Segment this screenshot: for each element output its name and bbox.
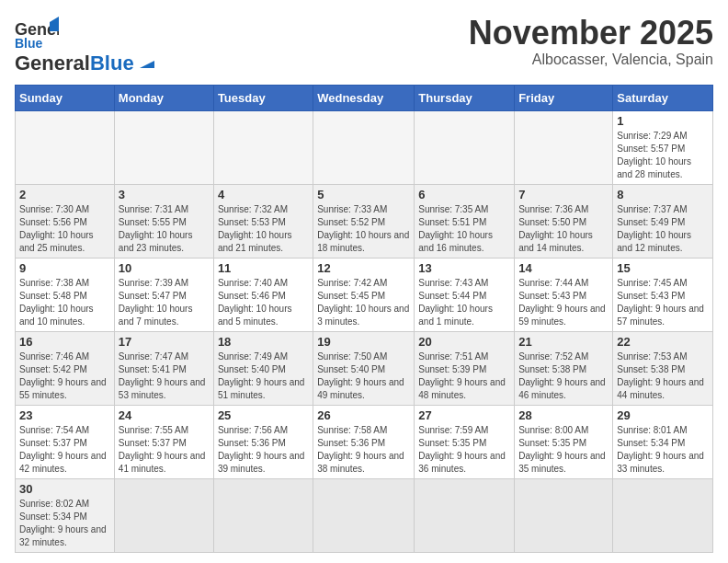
day-info: Sunrise: 7:31 AM Sunset: 5:55 PM Dayligh… — [119, 203, 210, 255]
day-cell — [313, 479, 415, 553]
day-info: Sunrise: 7:55 AM Sunset: 5:37 PM Dayligh… — [119, 424, 210, 476]
day-number: 16 — [19, 335, 110, 349]
day-cell — [613, 479, 713, 553]
day-cell: 24Sunrise: 7:55 AM Sunset: 5:37 PM Dayli… — [114, 406, 213, 479]
day-number: 24 — [119, 408, 210, 422]
day-cell: 5Sunrise: 7:33 AM Sunset: 5:52 PM Daylig… — [313, 185, 415, 259]
day-info: Sunrise: 7:45 AM Sunset: 5:43 PM Dayligh… — [617, 277, 709, 328]
weekday-wednesday: Wednesday — [313, 86, 415, 111]
day-cell: 13Sunrise: 7:43 AM Sunset: 5:44 PM Dayli… — [415, 259, 515, 332]
day-info: Sunrise: 7:47 AM Sunset: 5:41 PM Dayligh… — [119, 350, 210, 402]
title-area: November 2025 Albocasser, Valencia, Spai… — [469, 15, 713, 68]
weekday-saturday: Saturday — [613, 86, 713, 111]
logo-general: General — [15, 52, 90, 75]
location-title: Albocasser, Valencia, Spain — [469, 52, 713, 68]
logo-blue: Blue — [90, 52, 134, 75]
day-info: Sunrise: 8:01 AM Sunset: 5:34 PM Dayligh… — [617, 424, 709, 476]
day-info: Sunrise: 7:44 AM Sunset: 5:43 PM Dayligh… — [518, 277, 609, 328]
day-info: Sunrise: 8:00 AM Sunset: 5:35 PM Dayligh… — [518, 424, 609, 476]
day-number: 10 — [119, 261, 210, 275]
day-cell: 3Sunrise: 7:31 AM Sunset: 5:55 PM Daylig… — [114, 185, 213, 259]
day-info: Sunrise: 7:42 AM Sunset: 5:45 PM Dayligh… — [317, 277, 410, 328]
week-row-1: 2Sunrise: 7:30 AM Sunset: 5:56 PM Daylig… — [16, 185, 713, 259]
day-number: 5 — [317, 188, 410, 201]
logo-triangle — [138, 52, 156, 70]
day-cell: 21Sunrise: 7:52 AM Sunset: 5:38 PM Dayli… — [515, 332, 613, 406]
day-number: 25 — [218, 408, 309, 422]
day-info: Sunrise: 7:59 AM Sunset: 5:35 PM Dayligh… — [418, 424, 510, 476]
day-info: Sunrise: 7:54 AM Sunset: 5:37 PM Dayligh… — [19, 424, 110, 476]
day-number: 18 — [218, 335, 309, 349]
day-cell: 17Sunrise: 7:47 AM Sunset: 5:41 PM Dayli… — [114, 332, 213, 406]
day-cell: 20Sunrise: 7:51 AM Sunset: 5:39 PM Dayli… — [415, 332, 515, 406]
day-info: Sunrise: 7:51 AM Sunset: 5:39 PM Dayligh… — [418, 350, 510, 402]
day-cell — [213, 111, 313, 185]
day-info: Sunrise: 7:56 AM Sunset: 5:36 PM Dayligh… — [218, 424, 309, 476]
day-number: 2 — [19, 188, 110, 201]
day-number: 21 — [518, 335, 609, 349]
calendar-table: SundayMondayTuesdayWednesdayThursdayFrid… — [15, 85, 713, 553]
day-cell: 14Sunrise: 7:44 AM Sunset: 5:43 PM Dayli… — [515, 259, 613, 332]
day-number: 17 — [119, 335, 210, 349]
day-cell: 12Sunrise: 7:42 AM Sunset: 5:45 PM Dayli… — [313, 259, 415, 332]
day-cell: 6Sunrise: 7:35 AM Sunset: 5:51 PM Daylig… — [415, 185, 515, 259]
day-info: Sunrise: 8:02 AM Sunset: 5:34 PM Dayligh… — [19, 498, 110, 549]
day-number: 26 — [317, 408, 410, 422]
day-number: 14 — [518, 261, 609, 275]
day-cell: 1Sunrise: 7:29 AM Sunset: 5:57 PM Daylig… — [613, 111, 713, 185]
day-cell: 23Sunrise: 7:54 AM Sunset: 5:37 PM Dayli… — [16, 406, 115, 479]
day-info: Sunrise: 7:35 AM Sunset: 5:51 PM Dayligh… — [418, 203, 510, 255]
month-title: November 2025 — [469, 15, 713, 52]
header: General Blue General Blue November 2025 … — [15, 15, 713, 75]
day-number: 9 — [19, 261, 110, 275]
day-info: Sunrise: 7:39 AM Sunset: 5:47 PM Dayligh… — [119, 277, 210, 328]
day-number: 22 — [617, 335, 709, 349]
day-cell: 30Sunrise: 8:02 AM Sunset: 5:34 PM Dayli… — [16, 479, 115, 553]
day-number: 27 — [418, 408, 510, 422]
day-info: Sunrise: 7:32 AM Sunset: 5:53 PM Dayligh… — [218, 203, 309, 255]
day-number: 12 — [317, 261, 410, 275]
day-number: 28 — [518, 408, 609, 422]
day-cell: 7Sunrise: 7:36 AM Sunset: 5:50 PM Daylig… — [515, 185, 613, 259]
weekday-friday: Friday — [515, 86, 613, 111]
day-info: Sunrise: 7:46 AM Sunset: 5:42 PM Dayligh… — [19, 350, 110, 402]
day-number: 4 — [218, 188, 309, 201]
weekday-header-row: SundayMondayTuesdayWednesdayThursdayFrid… — [16, 86, 713, 111]
day-cell — [515, 479, 613, 553]
svg-marker-2 — [50, 17, 59, 31]
day-info: Sunrise: 7:33 AM Sunset: 5:52 PM Dayligh… — [317, 203, 410, 255]
day-info: Sunrise: 7:43 AM Sunset: 5:44 PM Dayligh… — [418, 277, 510, 328]
weekday-sunday: Sunday — [16, 86, 115, 111]
day-cell: 22Sunrise: 7:53 AM Sunset: 5:38 PM Dayli… — [613, 332, 713, 406]
day-cell: 29Sunrise: 8:01 AM Sunset: 5:34 PM Dayli… — [613, 406, 713, 479]
logo: General Blue General Blue — [15, 15, 156, 75]
day-cell: 18Sunrise: 7:49 AM Sunset: 5:40 PM Dayli… — [213, 332, 313, 406]
day-number: 19 — [317, 335, 410, 349]
day-cell — [415, 479, 515, 553]
day-number: 11 — [218, 261, 309, 275]
week-row-0: 1Sunrise: 7:29 AM Sunset: 5:57 PM Daylig… — [16, 111, 713, 185]
day-cell: 9Sunrise: 7:38 AM Sunset: 5:48 PM Daylig… — [16, 259, 115, 332]
day-info: Sunrise: 7:53 AM Sunset: 5:38 PM Dayligh… — [617, 350, 709, 402]
day-cell: 11Sunrise: 7:40 AM Sunset: 5:46 PM Dayli… — [213, 259, 313, 332]
weekday-monday: Monday — [114, 86, 213, 111]
svg-text:Blue: Blue — [15, 36, 43, 51]
day-number: 30 — [19, 482, 110, 496]
day-info: Sunrise: 7:38 AM Sunset: 5:48 PM Dayligh… — [19, 277, 110, 328]
day-number: 1 — [617, 114, 709, 128]
weekday-tuesday: Tuesday — [213, 86, 313, 111]
day-cell — [415, 111, 515, 185]
day-cell: 8Sunrise: 7:37 AM Sunset: 5:49 PM Daylig… — [613, 185, 713, 259]
day-number: 6 — [418, 188, 510, 201]
day-cell: 27Sunrise: 7:59 AM Sunset: 5:35 PM Dayli… — [415, 406, 515, 479]
day-cell: 2Sunrise: 7:30 AM Sunset: 5:56 PM Daylig… — [16, 185, 115, 259]
day-cell — [313, 111, 415, 185]
day-info: Sunrise: 7:52 AM Sunset: 5:38 PM Dayligh… — [518, 350, 609, 402]
day-info: Sunrise: 7:29 AM Sunset: 5:57 PM Dayligh… — [617, 130, 709, 181]
day-number: 23 — [19, 408, 110, 422]
day-cell — [213, 479, 313, 553]
day-cell — [114, 111, 213, 185]
day-cell: 15Sunrise: 7:45 AM Sunset: 5:43 PM Dayli… — [613, 259, 713, 332]
day-number: 8 — [617, 188, 709, 201]
day-cell: 26Sunrise: 7:58 AM Sunset: 5:36 PM Dayli… — [313, 406, 415, 479]
